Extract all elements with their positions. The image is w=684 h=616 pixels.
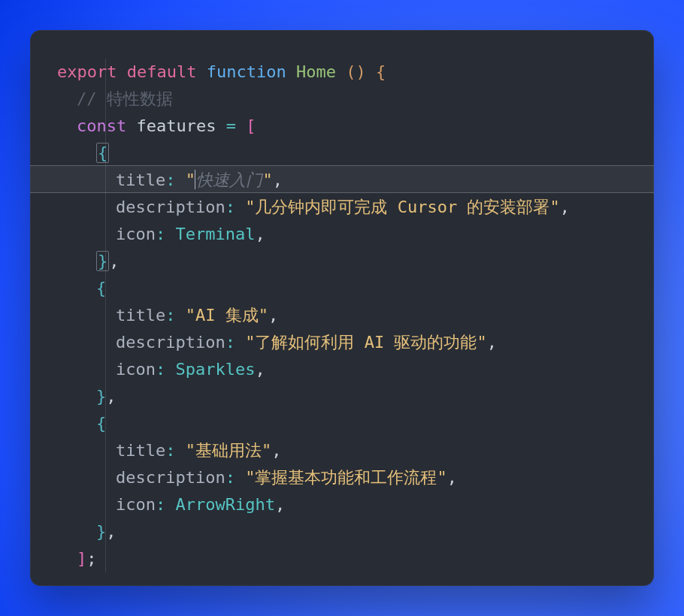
prop-title: title: [116, 171, 165, 189]
code-line: },: [57, 248, 633, 275]
code-line: {: [57, 140, 633, 167]
code-line: description: "几分钟内即可完成 Cursor 的安装部署",: [57, 194, 633, 221]
code-line: icon: ArrowRight,: [57, 491, 633, 518]
code-line: title: "AI 集成",: [57, 302, 633, 329]
code-line: },: [57, 518, 633, 545]
prop-icon: icon: [116, 225, 156, 243]
comment: // 特性数据: [77, 89, 173, 108]
open-obj: {: [96, 279, 106, 297]
code-line: icon: Terminal,: [57, 221, 633, 248]
code-line: {: [57, 275, 633, 302]
kw-export: export: [57, 62, 117, 81]
close-bracket: ]: [77, 549, 86, 568]
var-features: features: [136, 116, 216, 135]
code-line: },: [57, 383, 633, 410]
open-bracket: [: [246, 116, 256, 135]
icon-sparkles: Sparkles: [175, 360, 255, 379]
close-obj: }: [96, 251, 109, 271]
code-block[interactable]: export default function Home () { // 特性数…: [57, 59, 633, 572]
code-line: export default function Home () {: [57, 59, 633, 86]
string-literal: "AI 集成": [186, 306, 268, 325]
code-line: icon: Sparkles,: [57, 356, 633, 383]
code-line: description: "掌握基本功能和工作流程",: [57, 464, 633, 491]
inline-suggestion: 快速入门: [196, 171, 262, 189]
string-literal: "几分钟内即可完成 Cursor 的安装部署": [245, 198, 559, 216]
code-editor[interactable]: export default function Home () { // 特性数…: [30, 30, 654, 586]
code-line: ];: [57, 545, 633, 572]
close-obj: }: [96, 522, 106, 541]
open-obj: {: [96, 414, 106, 433]
prop-desc: description: [116, 198, 225, 216]
quote: ": [186, 171, 195, 189]
string-literal: "基础用法": [186, 441, 272, 460]
code-line: const features = [: [57, 113, 633, 140]
kw-const: const: [77, 116, 126, 135]
icon-terminal: Terminal: [175, 225, 255, 243]
string-literal: "掌握基本功能和工作流程": [245, 468, 447, 487]
code-line: // 特性数据: [57, 86, 633, 113]
close-obj: }: [96, 387, 106, 406]
icon-arrowright: ArrowRight: [175, 495, 274, 514]
open-brace: {: [376, 62, 386, 81]
equals: =: [226, 116, 236, 135]
open-obj: {: [96, 143, 109, 163]
fn-home: Home: [296, 62, 336, 81]
kw-default: default: [127, 62, 197, 81]
code-line: title: "基础用法",: [57, 437, 633, 464]
kw-function: function: [207, 62, 286, 81]
code-line: {: [57, 410, 633, 437]
code-line: description: "了解如何利用 AI 驱动的功能",: [57, 329, 633, 356]
code-line: title: "快速入门",: [57, 167, 633, 194]
parens: (): [346, 62, 366, 81]
string-literal: "了解如何利用 AI 驱动的功能": [245, 333, 486, 352]
